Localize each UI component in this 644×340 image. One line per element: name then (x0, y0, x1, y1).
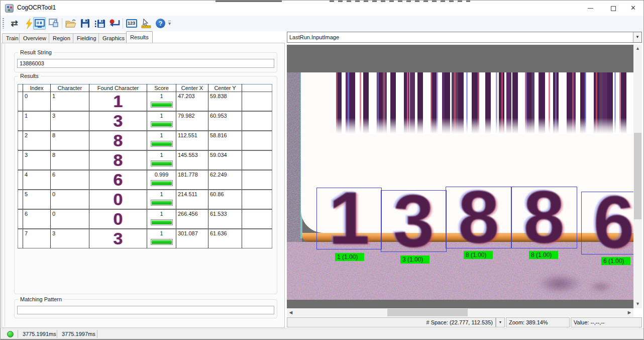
cell-center-y: 60.953 (208, 111, 242, 131)
image-source-combobox[interactable]: LastRun.InputImage ▼ (287, 32, 642, 43)
score-bar (151, 219, 173, 225)
col-character[interactable]: Character (51, 84, 89, 92)
app-icon (5, 4, 14, 13)
col-center-y[interactable]: Center Y (208, 84, 242, 92)
cell-center-y: 60.86 (208, 190, 242, 209)
toolbar-grip[interactable] (3, 18, 4, 29)
tab-overview[interactable]: Overview (19, 33, 50, 43)
maximize-icon (611, 6, 616, 11)
measure-pointer-button[interactable] (140, 17, 152, 30)
scroll-left-button[interactable]: ◄ (287, 308, 295, 317)
pin-window-button[interactable] (47, 17, 60, 30)
titlebar: CogOCRTool1 ✕ (1, 1, 644, 16)
detection-label: 1 (1.00) (335, 253, 364, 261)
floppy-icon (80, 19, 90, 28)
table-row[interactable]: 2 8 8 1 112.551 58.816 (18, 131, 272, 150)
toolbar: ⇄ (1, 16, 644, 31)
cell-index: 5 (23, 190, 51, 209)
image-display-area[interactable]: 1 3 8 8 6 1 (1.00) 3 (1.00) 8 (1.00) 8 (… (287, 45, 633, 308)
col-index[interactable]: Index (23, 84, 51, 92)
scroll-right-button[interactable]: ► (625, 308, 633, 317)
table-row[interactable]: 3 8 8 1 145.553 59.034 (18, 150, 272, 170)
horizontal-scrollbar[interactable]: ◄ ► (287, 308, 633, 317)
matching-pattern-label: Matching Pattern (18, 296, 64, 302)
cell-index: 3 (23, 150, 51, 170)
minimize-button[interactable] (579, 1, 602, 16)
save-button[interactable] (79, 17, 91, 30)
cell-character: 1 (51, 92, 89, 112)
pointer-ruler-icon (141, 19, 152, 28)
toolbar-separator (123, 18, 123, 29)
background-window-artifact (216, 1, 282, 2)
detection-label: 3 (1.00) (400, 256, 430, 264)
matching-pattern-field[interactable] (17, 306, 274, 314)
scroll-down-button[interactable]: ▼ (633, 300, 642, 308)
col-found[interactable]: Found Character (89, 84, 147, 92)
cell-score: 1 (160, 93, 163, 99)
detection-label: 6 (1.00) (601, 257, 630, 265)
found-character-image: 0 (91, 191, 145, 208)
col-center-x[interactable]: Center X (176, 84, 208, 92)
record-results-button[interactable] (108, 17, 121, 30)
score-bar (151, 239, 173, 245)
table-row[interactable]: 6 0 0 1 266.456 61.533 (18, 209, 272, 229)
tab-graphics[interactable]: Graphics (98, 33, 129, 43)
col-extra (242, 84, 272, 92)
cell-score: 0.999 (155, 172, 169, 178)
toolbar-overflow-button[interactable]: ▾ (168, 21, 171, 26)
table-row[interactable]: 4 6 6 0.999 181.778 62.249 (18, 170, 272, 190)
table-row[interactable]: 0 1 1 1 47.203 59.838 (18, 92, 272, 112)
tab-fielding[interactable]: Fielding (73, 33, 100, 43)
cell-score: 1 (160, 113, 163, 119)
cell-index: 7 (23, 229, 51, 248)
surface-smudge (537, 274, 582, 294)
close-icon: ✕ (630, 4, 636, 12)
found-character-image: 0 (91, 210, 145, 227)
table-row[interactable]: 7 3 3 1 301.087 61.636 (18, 229, 272, 248)
cell-center-x: 79.982 (176, 111, 208, 131)
close-button[interactable]: ✕ (622, 1, 644, 16)
found-character-image: 1 (91, 93, 145, 110)
help-icon: ? (156, 19, 165, 28)
maximize-button[interactable] (602, 1, 624, 16)
cell-center-x: 145.553 (176, 150, 208, 170)
surface-smudge (588, 281, 613, 292)
table-row[interactable]: 5 0 0 1 214.511 60.86 (18, 190, 272, 209)
cell-score: 1 (160, 132, 163, 138)
tab-results[interactable]: Results (126, 31, 153, 43)
arrow-down-icon: ▼ (635, 301, 640, 306)
space-dropdown-button[interactable]: ▼ (496, 317, 505, 327)
chevron-down-icon: ▼ (499, 320, 502, 324)
results-table[interactable]: Index Character Found Character Score Ce… (18, 84, 272, 248)
window-title: CogOCRTool1 (17, 4, 56, 11)
row-selector-header (18, 84, 23, 92)
found-character-image: 8 (91, 151, 145, 168)
show-values-button[interactable]: 123 (125, 17, 138, 30)
run-tool-button[interactable]: ⇄ (8, 17, 21, 30)
cell-character: 8 (51, 150, 89, 170)
scroll-up-button[interactable]: ▲ (633, 45, 642, 53)
panel-divider (5, 44, 5, 326)
open-file-button[interactable] (64, 17, 77, 30)
col-score[interactable]: Score (147, 84, 176, 92)
combobox-dropdown-button[interactable]: ▼ (633, 32, 641, 42)
photo-left-edge (287, 72, 302, 242)
save-image-button[interactable] (93, 17, 106, 30)
floppy-dots-icon (94, 19, 105, 28)
zoom-status-segment: Zoom: 389.14% (506, 317, 570, 327)
monitor-lock-icon (49, 19, 59, 28)
horizontal-scroll-thumb[interactable] (387, 309, 468, 316)
result-string-field[interactable]: 13886003 (17, 59, 274, 68)
score-bar (151, 102, 173, 108)
tab-region[interactable]: Region (49, 33, 74, 43)
char-bounding-box (581, 192, 633, 254)
vertical-scrollbar[interactable]: ▲ ▼ (633, 45, 642, 308)
vertical-scroll-thumb[interactable] (634, 133, 641, 219)
char-bounding-box (446, 187, 512, 248)
float-window-button[interactable] (33, 17, 46, 30)
pixel-value: Value: --,--,-- (574, 319, 605, 325)
table-row[interactable]: 1 3 3 1 79.982 60.953 (18, 111, 272, 131)
execution-time-2: 3775.1997ms (62, 331, 95, 337)
help-button[interactable]: ? (154, 17, 167, 30)
matching-pattern-group: Matching Pattern (14, 299, 277, 318)
